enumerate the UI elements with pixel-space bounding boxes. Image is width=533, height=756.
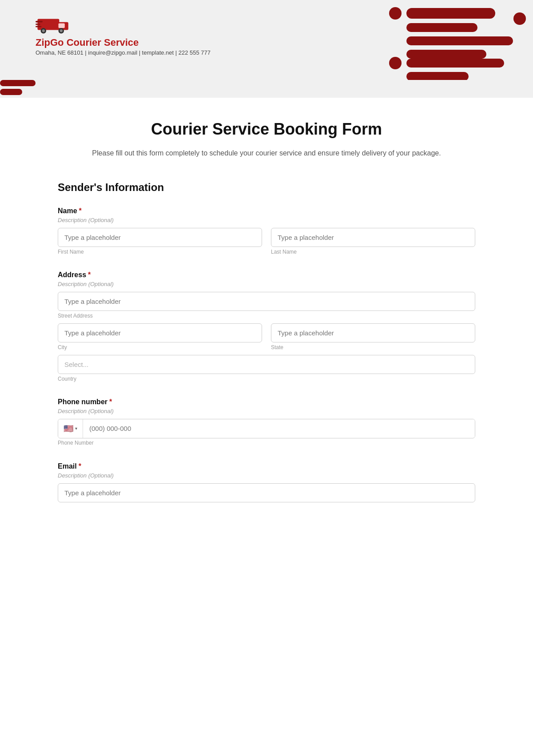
phone-label: Phone number* bbox=[58, 398, 475, 406]
phone-sublabel: Phone Number bbox=[58, 440, 94, 446]
company-info: Omaha, NE 68101 | inquire@zipgo.mail | t… bbox=[36, 49, 211, 56]
name-required-marker: * bbox=[79, 207, 82, 215]
page-header: ZipGo Courier Service Omaha, NE 68101 | … bbox=[0, 0, 533, 98]
street-input[interactable] bbox=[58, 292, 475, 311]
form-subtitle: Please fill out this form completely to … bbox=[58, 147, 475, 159]
svg-rect-11 bbox=[59, 23, 65, 28]
truck-icon bbox=[36, 11, 71, 35]
email-description: Description (Optional) bbox=[58, 472, 475, 479]
svg-rect-5 bbox=[406, 50, 486, 59]
svg-point-6 bbox=[389, 57, 402, 69]
form-title: Courier Service Booking Form bbox=[58, 120, 475, 139]
phone-row: 🇺🇸 ▾ bbox=[58, 419, 475, 438]
svg-rect-8 bbox=[406, 72, 469, 80]
first-name-sublabel: First Name bbox=[58, 249, 262, 255]
flag-emoji: 🇺🇸 bbox=[64, 424, 73, 434]
phone-number-input[interactable] bbox=[83, 419, 475, 438]
address-field-group: Address* Description (Optional) Street A… bbox=[58, 271, 475, 382]
last-name-sublabel: Last Name bbox=[271, 249, 475, 255]
email-input[interactable] bbox=[58, 483, 475, 502]
address-description: Description (Optional) bbox=[58, 281, 475, 287]
svg-point-4 bbox=[513, 12, 526, 25]
country-col: Select... Country bbox=[58, 355, 475, 382]
name-description: Description (Optional) bbox=[58, 217, 475, 223]
country-sublabel: Country bbox=[58, 376, 475, 382]
logo-row bbox=[36, 11, 211, 35]
svg-point-15 bbox=[60, 29, 63, 32]
state-sublabel: State bbox=[271, 344, 475, 350]
svg-point-13 bbox=[42, 29, 45, 32]
email-field-group: Email* Description (Optional) bbox=[58, 462, 475, 502]
svg-rect-1 bbox=[406, 8, 495, 19]
phone-required-marker: * bbox=[109, 398, 112, 406]
phone-description: Description (Optional) bbox=[58, 408, 475, 414]
city-sublabel: City bbox=[58, 344, 262, 350]
svg-rect-18 bbox=[36, 26, 41, 28]
section-sender-title: Sender's Information bbox=[58, 181, 475, 194]
state-input[interactable] bbox=[271, 323, 475, 342]
street-sublabel: Street Address bbox=[58, 313, 475, 319]
company-name: ZipGo Courier Service bbox=[36, 37, 211, 48]
svg-rect-17 bbox=[36, 24, 40, 25]
svg-rect-19 bbox=[0, 80, 36, 86]
svg-rect-20 bbox=[0, 89, 22, 95]
city-state-row: City State bbox=[58, 323, 475, 350]
svg-rect-16 bbox=[36, 21, 43, 23]
svg-rect-9 bbox=[37, 19, 59, 30]
svg-rect-3 bbox=[406, 36, 513, 45]
country-code-selector[interactable]: 🇺🇸 ▾ bbox=[58, 419, 83, 438]
deco-left-icon bbox=[0, 80, 53, 98]
first-name-input[interactable] bbox=[58, 228, 262, 247]
name-input-row: First Name Last Name bbox=[58, 228, 475, 255]
street-col: Street Address bbox=[58, 292, 475, 319]
email-required-marker: * bbox=[79, 462, 81, 470]
city-input[interactable] bbox=[58, 323, 262, 342]
country-select[interactable]: Select... bbox=[58, 355, 475, 374]
logo-area: ZipGo Courier Service Omaha, NE 68101 | … bbox=[36, 11, 211, 56]
address-required-marker: * bbox=[88, 271, 91, 279]
last-name-input[interactable] bbox=[271, 228, 475, 247]
city-col: City bbox=[58, 323, 262, 350]
name-field-group: Name* Description (Optional) First Name … bbox=[58, 207, 475, 255]
name-label: Name* bbox=[58, 207, 475, 215]
email-label: Email* bbox=[58, 462, 475, 470]
svg-point-0 bbox=[389, 7, 402, 20]
svg-rect-2 bbox=[406, 23, 477, 32]
first-name-col: First Name bbox=[58, 228, 262, 255]
address-label: Address* bbox=[58, 271, 475, 279]
svg-rect-7 bbox=[406, 59, 504, 68]
phone-field-group: Phone number* Description (Optional) 🇺🇸 … bbox=[58, 398, 475, 446]
last-name-col: Last Name bbox=[271, 228, 475, 255]
main-content: Courier Service Booking Form Please fill… bbox=[0, 98, 533, 541]
chevron-down-icon: ▾ bbox=[75, 426, 77, 431]
state-col: State bbox=[271, 323, 475, 350]
deco-right-icon bbox=[382, 0, 533, 80]
